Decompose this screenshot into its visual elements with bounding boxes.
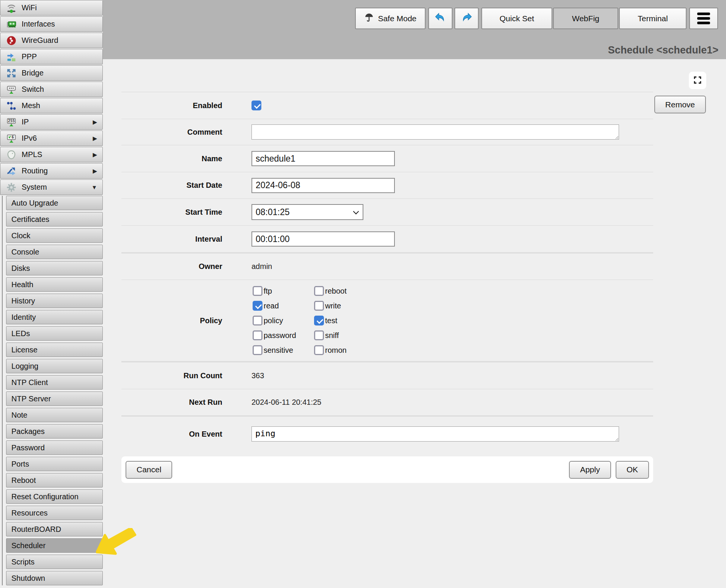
schedule-form: Enabled Comment Name Start Date bbox=[121, 92, 653, 451]
sidebar-item-label: Auto Upgrade bbox=[11, 199, 58, 208]
policy-romon-checkbox[interactable] bbox=[314, 345, 324, 355]
menu-button[interactable] bbox=[689, 8, 718, 29]
policy-test-checkbox[interactable] bbox=[314, 316, 324, 325]
umbrella-icon bbox=[364, 13, 374, 24]
mesh-icon bbox=[5, 100, 18, 112]
sidebar-item-leds[interactable]: LEDs bbox=[6, 326, 103, 341]
policy-sniff-checkbox[interactable] bbox=[314, 330, 324, 340]
sidebar-item-label: Identity bbox=[11, 313, 36, 322]
sidebar-item-scripts[interactable]: Scripts bbox=[6, 555, 103, 569]
enabled-checkbox[interactable] bbox=[251, 101, 261, 110]
undo-icon bbox=[434, 11, 447, 26]
redo-button[interactable] bbox=[454, 8, 479, 29]
policy-test-label: test bbox=[325, 316, 337, 325]
sidebar-item-mesh[interactable]: Mesh bbox=[0, 98, 103, 113]
policy-sniff-label: sniff bbox=[325, 331, 339, 340]
sidebar-item-label: LEDs bbox=[11, 329, 30, 338]
sidebar-item-resources[interactable]: Resources bbox=[6, 506, 103, 520]
tab-terminal[interactable]: Terminal bbox=[619, 8, 687, 29]
on-event-input[interactable]: ping bbox=[251, 426, 619, 442]
sidebar-item-reboot[interactable]: Reboot bbox=[6, 473, 103, 487]
start-date-label: Start Date bbox=[121, 181, 222, 190]
sidebar-item-label: WireGuard bbox=[22, 36, 58, 45]
sidebar-item-label: History bbox=[11, 297, 35, 305]
sidebar-item-clock[interactable]: Clock bbox=[6, 228, 103, 243]
sidebar-item-mpls[interactable]: MPLS ▶ bbox=[0, 147, 103, 162]
sidebar-item-note[interactable]: Note bbox=[6, 408, 103, 422]
fullscreen-button[interactable] bbox=[689, 72, 706, 89]
sidebar-item-shutdown[interactable]: Shutdown bbox=[6, 571, 103, 585]
sidebar-item-routerboard[interactable]: RouterBOARD bbox=[6, 522, 103, 536]
sidebar-item-identity[interactable]: Identity bbox=[6, 310, 103, 324]
start-time-select[interactable]: 08:01:25 bbox=[251, 204, 363, 220]
sidebar-item-switch[interactable]: Switch bbox=[0, 82, 103, 97]
policy-reboot-checkbox[interactable] bbox=[314, 286, 324, 296]
sidebar-item-wifi[interactable]: WiFi bbox=[0, 0, 103, 16]
name-input[interactable] bbox=[251, 151, 395, 166]
policy-password-label: password bbox=[264, 331, 296, 340]
sidebar-item-logging[interactable]: Logging bbox=[6, 359, 103, 373]
sidebar-item-label: IP bbox=[22, 118, 29, 126]
sidebar-item-console[interactable]: Console bbox=[6, 245, 103, 259]
apply-button[interactable]: Apply bbox=[569, 461, 611, 479]
sidebar-item-ppp[interactable]: PPP bbox=[0, 49, 103, 64]
main-area: Schedule <schedule1> Safe Mode bbox=[103, 0, 726, 588]
ok-button[interactable]: OK bbox=[616, 461, 649, 479]
tab-quick-set[interactable]: Quick Set bbox=[481, 8, 552, 29]
policy-policy-checkbox[interactable] bbox=[253, 316, 262, 325]
policy-grid: ftp reboot read write policy test passwo… bbox=[251, 286, 347, 355]
sidebar-item-wireguard[interactable]: WireGuard bbox=[0, 33, 103, 48]
redo-icon bbox=[460, 11, 473, 26]
sidebar-item-ntp-server[interactable]: NTP Server bbox=[6, 391, 103, 406]
sidebar-item-certificates[interactable]: Certificates bbox=[6, 212, 103, 226]
sidebar-item-label: Shutdown bbox=[11, 574, 45, 583]
cancel-button[interactable]: Cancel bbox=[126, 461, 172, 479]
sidebar-item-label: Disks bbox=[11, 264, 30, 273]
tab-webfig[interactable]: WebFig bbox=[553, 8, 618, 29]
sidebar-item-ports[interactable]: Ports bbox=[6, 457, 103, 471]
policy-write-label: write bbox=[325, 302, 341, 310]
undo-button[interactable] bbox=[428, 8, 453, 29]
sidebar-item-disks[interactable]: Disks bbox=[6, 261, 103, 275]
sidebar-item-ntp-client[interactable]: NTP Client bbox=[6, 375, 103, 390]
next-run-value: 2024-06-11 20:41:25 bbox=[251, 398, 321, 407]
comment-input[interactable] bbox=[251, 124, 619, 140]
sidebar-item-health[interactable]: Health bbox=[6, 277, 103, 292]
submenu-arrow-icon: ▶ bbox=[93, 135, 97, 142]
sidebar-item-scheduler[interactable]: Scheduler bbox=[6, 538, 103, 553]
policy-label: Policy bbox=[121, 316, 222, 325]
sidebar-item-label: Health bbox=[11, 280, 33, 289]
start-date-input[interactable] bbox=[251, 178, 395, 193]
sidebar-item-ipv6[interactable]: 6 IPv6 ▶ bbox=[0, 130, 103, 146]
routing-icon bbox=[5, 165, 18, 177]
sidebar-item-history[interactable]: History bbox=[6, 294, 103, 308]
form-row-start-date: Start Date bbox=[121, 172, 653, 198]
policy-policy-label: policy bbox=[264, 316, 283, 325]
sidebar-item-bridge[interactable]: Bridge bbox=[0, 65, 103, 81]
gear-icon bbox=[5, 182, 18, 193]
submenu-arrow-icon: ▶ bbox=[93, 168, 97, 175]
sidebar-item-interfaces[interactable]: Interfaces bbox=[0, 16, 103, 32]
policy-password-checkbox[interactable] bbox=[253, 330, 262, 340]
remove-button[interactable]: Remove bbox=[654, 96, 706, 113]
policy-read-checkbox[interactable] bbox=[253, 301, 262, 311]
form-row-start-time: Start Time 08:01:25 bbox=[121, 198, 653, 225]
interval-input[interactable] bbox=[251, 231, 395, 247]
sidebar-item-routing[interactable]: Routing ▶ bbox=[0, 163, 103, 179]
policy-ftp-checkbox[interactable] bbox=[253, 286, 262, 296]
sidebar-item-reset-configuration[interactable]: Reset Configuration bbox=[6, 489, 103, 504]
sidebar-item-auto-upgrade[interactable]: Auto Upgrade bbox=[6, 196, 103, 210]
wireguard-icon bbox=[5, 35, 18, 46]
ip-icon: 255 bbox=[5, 116, 18, 128]
sidebar-item-packages[interactable]: Packages bbox=[6, 424, 103, 439]
policy-write-checkbox[interactable] bbox=[314, 301, 324, 311]
sidebar-item-label: Interfaces bbox=[22, 20, 55, 28]
sidebar-item-password[interactable]: Password bbox=[6, 440, 103, 455]
policy-sensitive-checkbox[interactable] bbox=[253, 345, 262, 355]
interval-label: Interval bbox=[121, 235, 222, 244]
sidebar-item-license[interactable]: License bbox=[6, 343, 103, 357]
sidebar-item-ip[interactable]: 255 IP ▶ bbox=[0, 114, 103, 130]
sidebar: WiFi Interfaces WireGuard PPP Bridge bbox=[0, 0, 103, 588]
sidebar-item-system[interactable]: System ▼ bbox=[0, 179, 103, 195]
safe-mode-button[interactable]: Safe Mode bbox=[355, 8, 426, 29]
